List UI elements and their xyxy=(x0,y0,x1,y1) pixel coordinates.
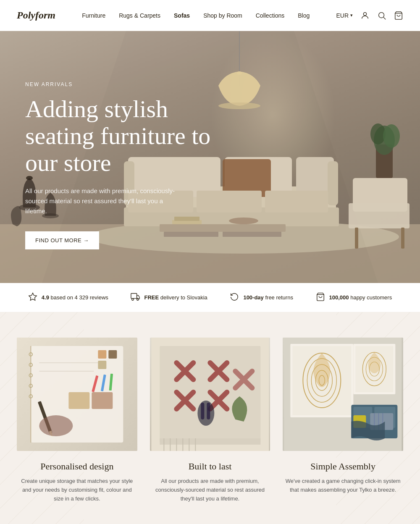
rug-illustration xyxy=(150,338,270,451)
trust-delivery-text: FREE delivery to Slovakia xyxy=(144,294,207,301)
svg-rect-76 xyxy=(207,403,210,419)
svg-point-25 xyxy=(229,217,258,224)
star-icon xyxy=(28,292,37,303)
site-header: Polyform Furniture Rugs & Carpets Sofas … xyxy=(0,0,420,31)
svg-marker-37 xyxy=(29,293,37,300)
hero-subtitle: All our products are made with premium, … xyxy=(25,186,185,216)
chevron-down-icon: ▾ xyxy=(350,13,353,18)
nav-sofas[interactable]: Sofas xyxy=(174,12,190,19)
svg-rect-56 xyxy=(98,361,106,369)
hero-section: NEW ARRIVALS Adding stylish seating furn… xyxy=(0,31,420,283)
feature-card-built: Built to last All our products are made … xyxy=(150,338,270,503)
svg-rect-38 xyxy=(131,293,137,299)
feature-img-personalised xyxy=(17,338,137,451)
return-icon xyxy=(230,292,239,303)
bag-icon xyxy=(316,292,325,303)
trust-item-returns: 100-day free returns xyxy=(230,292,293,303)
nav-rugs-carpets[interactable]: Rugs & Carpets xyxy=(119,12,160,19)
prints-illustration xyxy=(283,338,403,451)
sketch-illustration xyxy=(17,338,137,451)
svg-rect-54 xyxy=(98,350,106,359)
svg-point-59 xyxy=(39,415,73,436)
trust-customers-text: 100,000 happy customers xyxy=(329,294,392,301)
svg-point-33 xyxy=(383,124,400,148)
svg-rect-67 xyxy=(160,438,260,445)
header-utilities: EUR ▾ xyxy=(336,11,403,20)
main-nav: Furniture Rugs & Carpets Sofas Shop by R… xyxy=(82,12,310,19)
account-icon[interactable] xyxy=(360,11,370,20)
nav-blog[interactable]: Blog xyxy=(298,12,310,19)
svg-rect-29 xyxy=(401,228,404,249)
trust-item-delivery: FREE delivery to Slovakia xyxy=(131,292,207,303)
svg-rect-75 xyxy=(201,403,204,419)
cart-icon[interactable] xyxy=(394,11,403,20)
svg-rect-60 xyxy=(68,392,89,409)
feature-title-built: Built to last xyxy=(150,461,270,472)
svg-point-39 xyxy=(132,299,134,301)
svg-point-1 xyxy=(379,12,384,18)
svg-rect-15 xyxy=(328,161,338,205)
svg-rect-19 xyxy=(265,191,328,212)
hero-content: NEW ARRIVALS Adding stylish seating furn… xyxy=(25,81,218,249)
logo[interactable]: Polyform xyxy=(17,10,55,21)
svg-rect-61 xyxy=(92,392,113,409)
feature-img-assembly xyxy=(283,338,403,451)
feature-card-personalised: Personalised design Create unique storag… xyxy=(17,338,137,503)
svg-rect-28 xyxy=(355,228,358,249)
trust-item-customers: 100,000 happy customers xyxy=(316,292,392,303)
trust-bar: 4.9 based on 4 329 reviews FREE delivery… xyxy=(0,283,420,312)
feature-desc-assembly: We've created a game changing click-in s… xyxy=(284,477,402,495)
hero-eyebrow: NEW ARRIVALS xyxy=(25,81,218,87)
brand-name: Polyform xyxy=(17,10,55,21)
nav-furniture[interactable]: Furniture xyxy=(82,12,105,19)
feature-desc-built: All our products are made with premium, … xyxy=(151,477,269,503)
truck-icon xyxy=(131,292,140,303)
currency-label: EUR xyxy=(336,12,349,19)
features-grid: Personalised design Create unique storag… xyxy=(17,338,403,503)
search-icon[interactable] xyxy=(377,11,386,20)
nav-shop-by-room[interactable]: Shop by Room xyxy=(203,12,242,19)
trust-reviews-text: 4.9 based on 4 329 reviews xyxy=(42,294,108,301)
trust-item-reviews: 4.9 based on 4 329 reviews xyxy=(28,292,108,303)
feature-card-assembly: Simple Assembly We've created a game cha… xyxy=(283,338,403,503)
svg-point-74 xyxy=(197,401,214,426)
feature-title-personalised: Personalised design xyxy=(17,461,137,472)
features-section: Personalised design Create unique storag… xyxy=(0,312,420,524)
trust-returns-text: 100-day free returns xyxy=(243,294,293,301)
svg-rect-27 xyxy=(349,203,410,228)
hero-cta-button[interactable]: FIND OUT MORE → xyxy=(25,231,99,249)
svg-rect-55 xyxy=(108,350,117,359)
feature-desc-personalised: Create unique storage that matches your … xyxy=(18,477,136,503)
nav-collections[interactable]: Collections xyxy=(256,12,284,19)
hero-title: Adding stylish seating furniture to our … xyxy=(25,96,218,176)
svg-rect-22 xyxy=(223,232,281,237)
feature-img-built xyxy=(150,338,270,451)
svg-point-0 xyxy=(363,12,366,15)
svg-line-2 xyxy=(383,17,386,19)
feature-title-assembly: Simple Assembly xyxy=(283,461,403,472)
currency-selector[interactable]: EUR ▾ xyxy=(336,12,353,19)
